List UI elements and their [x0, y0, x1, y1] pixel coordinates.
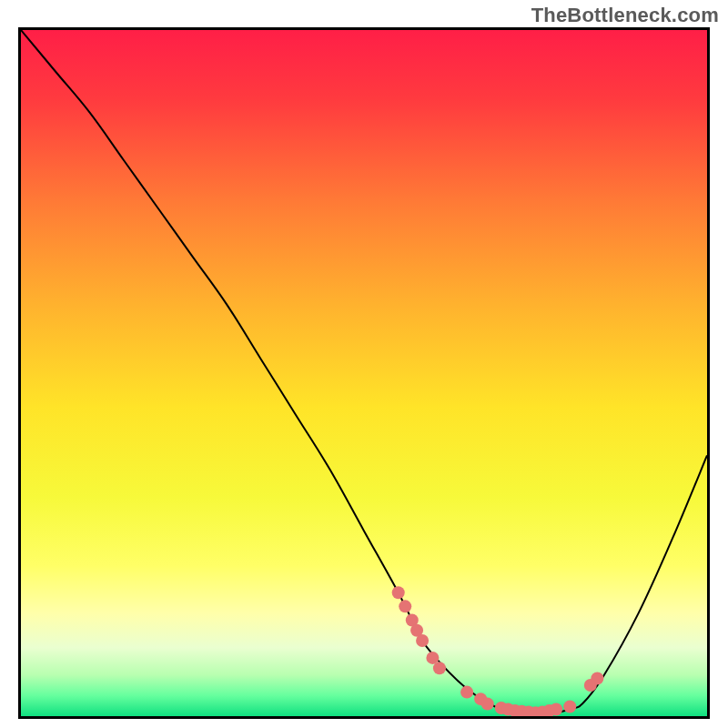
chart-container: TheBottleneck.com — [0, 0, 728, 728]
attribution-label: TheBottleneck.com — [531, 4, 719, 27]
svg-rect-0 — [21, 30, 707, 716]
background-gradient — [21, 30, 707, 716]
plot-frame — [18, 27, 710, 719]
